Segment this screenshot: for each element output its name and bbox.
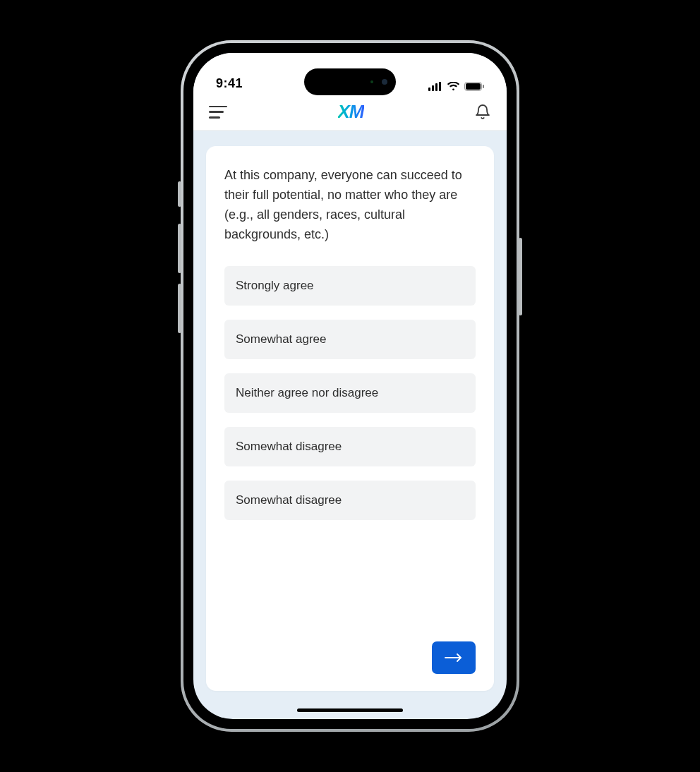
survey-card: At this company, everyone can succeed to… [206, 146, 494, 691]
survey-options: Strongly agree Somewhat agree Neither ag… [224, 266, 476, 520]
svg-rect-3 [439, 82, 441, 91]
arrow-right-icon [444, 653, 464, 663]
svg-rect-2 [435, 83, 438, 91]
survey-question: At this company, everyone can succeed to… [224, 166, 476, 245]
next-button[interactable] [432, 641, 476, 674]
svg-rect-5 [466, 83, 481, 90]
app-logo: XM [338, 101, 364, 123]
svg-rect-6 [483, 85, 484, 88]
option-label: Somewhat disagree [236, 440, 342, 453]
survey-option[interactable]: Somewhat disagree [224, 481, 476, 520]
notifications-button[interactable] [474, 104, 491, 121]
survey-option[interactable]: Somewhat disagree [224, 427, 476, 466]
side-button [178, 181, 181, 207]
home-indicator [297, 708, 403, 712]
volume-down-button [178, 284, 181, 333]
bell-icon [474, 104, 491, 121]
survey-option[interactable]: Strongly agree [224, 266, 476, 306]
dynamic-island [304, 68, 396, 95]
option-label: Somewhat disagree [236, 493, 342, 507]
cellular-icon [428, 82, 442, 91]
phone-frame: 9:41 [181, 40, 519, 732]
survey-option[interactable]: Neither agree nor disagree [224, 373, 476, 413]
status-time: 9:41 [216, 76, 243, 91]
svg-rect-1 [432, 85, 434, 91]
option-label: Neither agree nor disagree [236, 386, 378, 399]
volume-up-button [178, 224, 181, 273]
survey-option[interactable]: Somewhat agree [224, 320, 476, 359]
option-label: Strongly agree [236, 279, 314, 292]
app-header: XM [193, 94, 507, 131]
content-area: At this company, everyone can succeed to… [193, 131, 507, 719]
menu-button[interactable] [209, 106, 227, 119]
wifi-icon [447, 82, 460, 91]
power-button [519, 238, 522, 315]
status-icons [428, 82, 484, 91]
svg-rect-0 [428, 88, 430, 91]
option-label: Somewhat agree [236, 332, 327, 346]
battery-icon [464, 82, 484, 91]
